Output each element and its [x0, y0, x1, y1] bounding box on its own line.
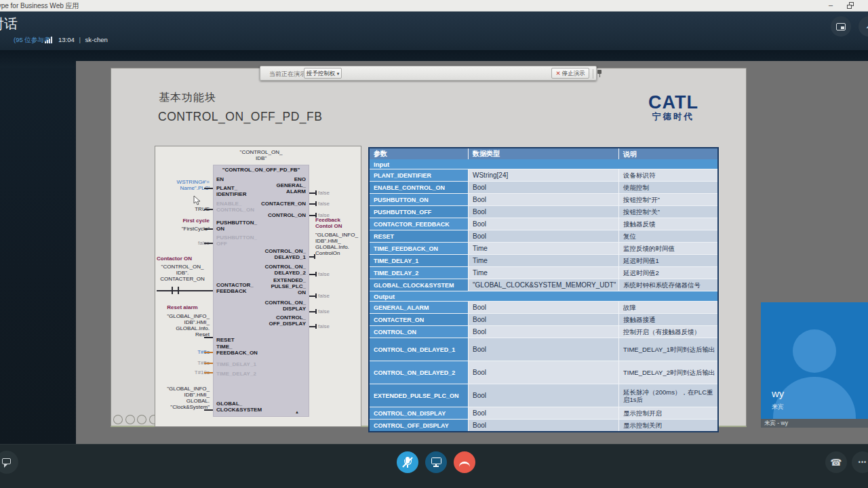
- fb-wire: [204, 363, 213, 364]
- param-cell: PUSHBUTTON_ON: [370, 194, 468, 205]
- fb-pin-label: TIME_DELAY_1: [216, 361, 256, 367]
- close-icon: ✕: [555, 70, 560, 77]
- fullscreen-button[interactable]: ↗: [859, 16, 868, 37]
- desc-cell: 监控反馈的时间值: [618, 243, 717, 254]
- screen-share-icon: [431, 458, 441, 467]
- param-cell: CONTROL_ON_DISPLAY: [370, 407, 468, 419]
- minimize-button[interactable]: –: [822, 0, 840, 10]
- desc-cell: 延长脉冲（200ms），在PLC重启1s后: [618, 384, 717, 407]
- fb-wire: [204, 228, 213, 230]
- param-cell: CONTROL_ON_DELAYED_2: [370, 361, 468, 384]
- presenter-toolbar: 当前正在演示 授予控制权 ▾ ✕停止演示: [260, 66, 597, 81]
- hang-up-button[interactable]: [454, 451, 475, 473]
- give-control-button[interactable]: 授予控制权 ▾: [304, 68, 342, 79]
- mute-microphone-button[interactable]: [397, 451, 418, 473]
- table-header: 说明: [618, 148, 717, 159]
- param-cell: CONTROL_ON_DELAYED_1: [370, 338, 468, 361]
- fb-pin-label: ENO: [237, 176, 306, 182]
- fb-value: false: [318, 293, 330, 299]
- chat-bubble-icon: [2, 458, 12, 467]
- fb-comment: Contactor ON: [157, 256, 211, 262]
- slide-nav-dot[interactable]: [125, 415, 135, 424]
- stop-presenting-button[interactable]: ✕停止演示: [551, 68, 589, 79]
- fb-wire: [204, 409, 213, 411]
- restore-window-icon[interactable]: [847, 2, 854, 9]
- table-row: CONTROL_ON_DISPLAYBool显示控制开启: [370, 407, 717, 419]
- phone-devices-button[interactable]: ☎: [825, 451, 847, 473]
- fb-operand: "CONTROL_ON_ IDB". CONTACTER_ON: [155, 264, 210, 282]
- fb-pin-label: GENERAL_ ALARM: [237, 182, 306, 195]
- table-row: TIME_DELAY_1Time延迟时间值1: [370, 254, 717, 266]
- desc-cell: 使能控制: [618, 182, 717, 193]
- hangup-icon: [459, 462, 470, 469]
- type-cell: Bool: [468, 314, 618, 325]
- table-row: PLANT_IDENTIFIERWString[24]设备标识符: [370, 169, 717, 181]
- type-cell: Bool: [468, 338, 618, 361]
- fb-wire: [204, 188, 213, 189]
- slide-nav-dot[interactable]: [113, 415, 123, 424]
- fb-pin-label: GLOBAL_ CLOCK&SYSTEM: [216, 401, 262, 413]
- slide-heading: 基本功能块: [159, 91, 216, 105]
- call-time: 13:04: [58, 36, 75, 43]
- desc-cell: 复位: [618, 230, 717, 242]
- toolbar-divider: [593, 69, 593, 79]
- participant-video-tile[interactable]: wy 来宾: [761, 302, 868, 419]
- more-options-button[interactable]: •••: [852, 451, 868, 473]
- signal-icon: [45, 37, 54, 43]
- param-cell: CONTROL_ON: [370, 326, 468, 338]
- avatar: [793, 329, 836, 373]
- param-cell: TIME_FEEDBACK_ON: [370, 243, 468, 254]
- param-cell: GLOBAL_CLOCK&SYSTEM: [370, 279, 468, 291]
- fb-pin-label: TIME_DELAY_2: [216, 371, 256, 377]
- param-cell: TIME_DELAY_2: [370, 267, 468, 279]
- participant-role: 来宾: [772, 403, 784, 411]
- table-row: GENERAL_ALARMBool故障: [370, 301, 717, 313]
- desc-cell: 设备标识符: [618, 169, 717, 181]
- desc-cell: TIME_DELAY_2时间到达后输出: [618, 361, 717, 384]
- table-section-row: Output: [370, 291, 717, 301]
- presenter-name: sk-chen: [85, 36, 108, 43]
- type-cell: Bool: [468, 230, 618, 242]
- fb-wire: [315, 190, 317, 195]
- fb-operand: "GLOBAL_INFO_ IDB".HMI_ GLOBAL.Info. Con…: [315, 232, 360, 256]
- desc-cell: 故障: [618, 302, 717, 313]
- pin-icon[interactable]: [596, 69, 603, 78]
- table-body: InputPLANT_IDENTIFIERWString[24]设备标识符ENA…: [370, 159, 717, 431]
- fb-pin-label: CONTROL_ON: [237, 212, 306, 218]
- phone-icon: ☎: [830, 457, 842, 468]
- param-cell: EXTENDED_PULSE_PLC_ON: [370, 384, 468, 407]
- fb-operand: T#5s: [155, 349, 210, 355]
- fb-pin-label: CONTROL_ON_ DISPLAY: [237, 300, 306, 312]
- screen-share-button[interactable]: [425, 451, 447, 473]
- desc-cell: 按钮控制“关”: [618, 206, 717, 218]
- desc-cell: 显示控制开启: [618, 407, 717, 419]
- fb-value: false: [318, 201, 330, 207]
- brand-chinese: 宁德时代: [639, 111, 707, 123]
- layout-toggle-button[interactable]: [831, 16, 851, 37]
- type-cell: "GLOBAL_CLOCK&SYSTEM_MEMORY_UDT": [468, 279, 618, 291]
- fb-operand: "GLOBAL_INFO_ IDB".HMI_ GLOBAL.Info. Res…: [155, 313, 210, 338]
- participant-name-bar: 来宾 - wy: [761, 419, 868, 428]
- fb-value: false: [318, 190, 330, 196]
- slide-nav-dot[interactable]: [137, 415, 146, 424]
- expand-icon: ↗: [865, 22, 868, 31]
- fb-value: T#5s: [155, 360, 210, 366]
- desc-cell: 按钮控制“开”: [618, 194, 717, 205]
- table-row: TIME_DELAY_2Time延迟时间值2: [370, 266, 717, 279]
- give-control-label: 授予控制权: [307, 70, 336, 77]
- window-title: Skype for Business Web 应用: [0, 1, 79, 11]
- catl-logo: CATL 宁德时代: [639, 94, 707, 123]
- fb-wire: [178, 287, 179, 294]
- fb-diagram: "CONTROL_ON_ IDB""CONTROL_ON_OFF_PD_FB"E…: [155, 146, 361, 427]
- type-cell: Time: [468, 243, 618, 254]
- fb-operand: TRUE: [155, 206, 210, 212]
- fb-block-title: "CONTROL_ON_OFF_PD_FB": [214, 167, 309, 173]
- fb-pin-label: EXTENDED_ PULSE_PLC_ ON: [237, 277, 306, 296]
- desc-cell: TIME_DELAY_1时间到达后输出: [618, 338, 717, 361]
- param-cell: GENERAL_ALARM: [370, 302, 468, 313]
- table-row: CONTROL_ON_DELAYED_2BoolTIME_DELAY_2时间到达…: [370, 361, 717, 384]
- fb-pin-label: CONTROL_ON_ DELAYED_2: [237, 264, 306, 276]
- fb-wire: [204, 372, 213, 373]
- app-window: { "window": { "title": "Skype for Busine…: [0, 0, 868, 488]
- conversation-title: 对话: [0, 15, 18, 33]
